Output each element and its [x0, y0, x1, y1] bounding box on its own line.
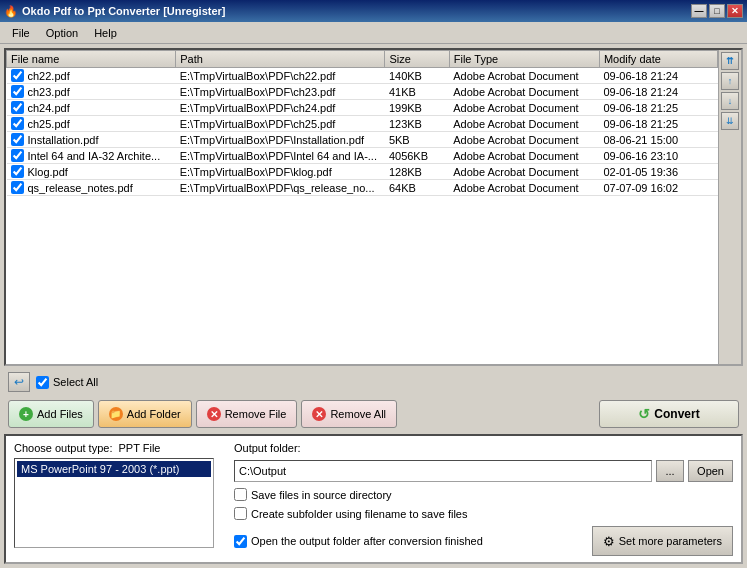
- row-checkbox-0[interactable]: [11, 69, 24, 82]
- row-filename: ch22.pdf: [28, 70, 70, 82]
- checkbox-row-1: Save files in source directory: [234, 488, 733, 501]
- scroll-down-button[interactable]: ↓: [721, 92, 739, 110]
- row-path: E:\TmpVirtualBox\PDF\Intel 64 and IA-...: [176, 148, 385, 164]
- row-type: Adobe Acrobat Document: [449, 148, 599, 164]
- output-section: Choose output type: PPT File MS PowerPoi…: [4, 434, 743, 564]
- output-folder-panel: Output folder: ... Open Save files in so…: [234, 442, 733, 556]
- row-size: 41KB: [385, 84, 449, 100]
- row-date: 07-07-09 16:02: [599, 180, 717, 196]
- row-size: 199KB: [385, 100, 449, 116]
- col-filetype: File Type: [449, 51, 599, 68]
- col-path: Path: [176, 51, 385, 68]
- add-files-icon: +: [19, 407, 33, 421]
- remove-file-button[interactable]: ✕ Remove File: [196, 400, 298, 428]
- row-path: E:\TmpVirtualBox\PDF\ch23.pdf: [176, 84, 385, 100]
- output-type-list[interactable]: MS PowerPoint 97 - 2003 (*.ppt): [14, 458, 214, 548]
- convert-icon: ↺: [638, 406, 650, 422]
- close-button[interactable]: ✕: [727, 4, 743, 18]
- convert-button[interactable]: ↺ Convert: [599, 400, 739, 428]
- action-buttons: + Add Files 📁 Add Folder ✕ Remove File ✕…: [4, 398, 743, 430]
- row-size: 4056KB: [385, 148, 449, 164]
- row-checkbox-2[interactable]: [11, 101, 24, 114]
- create-subfolder-label: Create subfolder using filename to save …: [251, 508, 467, 520]
- table-row: ch24.pdf E:\TmpVirtualBox\PDF\ch24.pdf 1…: [7, 100, 718, 116]
- scroll-buttons: ⇈ ↑ ↓ ⇊: [718, 50, 741, 364]
- checkbox-row-3: Open the output folder after conversion …: [234, 535, 483, 548]
- select-all-label: Select All: [53, 376, 98, 388]
- table-row: Intel 64 and IA-32 Archite... E:\TmpVirt…: [7, 148, 718, 164]
- row-checkbox-4[interactable]: [11, 133, 24, 146]
- save-source-checkbox[interactable]: [234, 488, 247, 501]
- row-size: 64KB: [385, 180, 449, 196]
- open-output-checkbox[interactable]: [234, 535, 247, 548]
- row-size: 140KB: [385, 68, 449, 84]
- col-modifydate: Modify date: [599, 51, 717, 68]
- row-date: 09-06-18 21:25: [599, 116, 717, 132]
- output-type-panel: Choose output type: PPT File MS PowerPoi…: [14, 442, 214, 556]
- gear-icon: ⚙: [603, 534, 615, 549]
- col-size: Size: [385, 51, 449, 68]
- add-folder-icon: 📁: [109, 407, 123, 421]
- scroll-bottom-button[interactable]: ⇊: [721, 112, 739, 130]
- menu-option[interactable]: Option: [38, 25, 86, 41]
- row-filename: ch25.pdf: [28, 118, 70, 130]
- row-size: 128KB: [385, 164, 449, 180]
- row-filename: qs_release_notes.pdf: [28, 182, 133, 194]
- row-type: Adobe Acrobat Document: [449, 116, 599, 132]
- open-output-label: Open the output folder after conversion …: [251, 535, 483, 547]
- row-checkbox-7[interactable]: [11, 181, 24, 194]
- remove-file-icon: ✕: [207, 407, 221, 421]
- row-checkbox-1[interactable]: [11, 85, 24, 98]
- add-folder-button[interactable]: 📁 Add Folder: [98, 400, 192, 428]
- row-filename: Intel 64 and IA-32 Archite...: [28, 150, 161, 162]
- table-row: Installation.pdf E:\TmpVirtualBox\PDF\In…: [7, 132, 718, 148]
- remove-all-icon: ✕: [312, 407, 326, 421]
- row-type: Adobe Acrobat Document: [449, 84, 599, 100]
- table-row: qs_release_notes.pdf E:\TmpVirtualBox\PD…: [7, 180, 718, 196]
- create-subfolder-checkbox[interactable]: [234, 507, 247, 520]
- table-row: ch23.pdf E:\TmpVirtualBox\PDF\ch23.pdf 4…: [7, 84, 718, 100]
- output-type-ppt[interactable]: MS PowerPoint 97 - 2003 (*.ppt): [17, 461, 211, 477]
- output-type-header: Choose output type:: [14, 442, 112, 454]
- row-date: 09-06-16 23:10: [599, 148, 717, 164]
- row-filename: ch24.pdf: [28, 102, 70, 114]
- file-table: File name Path Size File Type Modify dat…: [6, 50, 718, 196]
- row-checkbox-5[interactable]: [11, 149, 24, 162]
- checkbox-row-2: Create subfolder using filename to save …: [234, 507, 733, 520]
- set-more-params-button[interactable]: ⚙ Set more parameters: [592, 526, 733, 556]
- row-type: Adobe Acrobat Document: [449, 164, 599, 180]
- file-list-container: File name Path Size File Type Modify dat…: [4, 48, 743, 366]
- move-back-button[interactable]: ↩: [8, 372, 30, 392]
- row-date: 08-06-21 15:00: [599, 132, 717, 148]
- row-path: E:\TmpVirtualBox\PDF\ch24.pdf: [176, 100, 385, 116]
- scroll-top-button[interactable]: ⇈: [721, 52, 739, 70]
- select-all-checkbox[interactable]: [36, 376, 49, 389]
- row-type: Adobe Acrobat Document: [449, 68, 599, 84]
- file-table-wrapper: File name Path Size File Type Modify dat…: [6, 50, 718, 364]
- maximize-button[interactable]: □: [709, 4, 725, 18]
- table-row: Klog.pdf E:\TmpVirtualBox\PDF\klog.pdf 1…: [7, 164, 718, 180]
- main-content: File name Path Size File Type Modify dat…: [0, 44, 747, 568]
- menu-file[interactable]: File: [4, 25, 38, 41]
- row-date: 09-06-18 21:25: [599, 100, 717, 116]
- row-checkbox-3[interactable]: [11, 117, 24, 130]
- title-bar: 🔥 Okdo Pdf to Ppt Converter [Unregister]…: [0, 0, 747, 22]
- row-date: 09-06-18 21:24: [599, 84, 717, 100]
- remove-all-button[interactable]: ✕ Remove All: [301, 400, 397, 428]
- table-row: ch25.pdf E:\TmpVirtualBox\PDF\ch25.pdf 1…: [7, 116, 718, 132]
- output-type-value: PPT File: [118, 442, 160, 454]
- output-folder-input[interactable]: [234, 460, 652, 482]
- menu-help[interactable]: Help: [86, 25, 125, 41]
- row-path: E:\TmpVirtualBox\PDF\ch22.pdf: [176, 68, 385, 84]
- browse-button[interactable]: ...: [656, 460, 684, 482]
- scroll-up-button[interactable]: ↑: [721, 72, 739, 90]
- open-folder-button[interactable]: Open: [688, 460, 733, 482]
- row-type: Adobe Acrobat Document: [449, 132, 599, 148]
- minimize-button[interactable]: —: [691, 4, 707, 18]
- col-filename: File name: [7, 51, 176, 68]
- row-path: E:\TmpVirtualBox\PDF\Installation.pdf: [176, 132, 385, 148]
- row-path: E:\TmpVirtualBox\PDF\qs_release_no...: [176, 180, 385, 196]
- add-files-button[interactable]: + Add Files: [8, 400, 94, 428]
- row-path: E:\TmpVirtualBox\PDF\ch25.pdf: [176, 116, 385, 132]
- row-checkbox-6[interactable]: [11, 165, 24, 178]
